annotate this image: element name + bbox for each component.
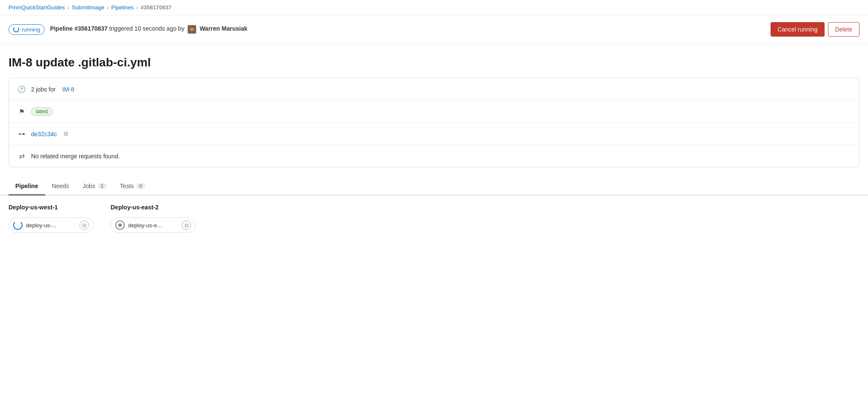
- stage-deploy-us-east-2: Deploy-us-east-2 deploy-us-e...: [111, 204, 196, 233]
- breadcrumb-link-1[interactable]: PmmQuickStartGuides: [9, 4, 65, 11]
- running-spin-icon: [13, 26, 19, 32]
- pipeline-number: Pipeline #356170837: [50, 25, 107, 32]
- pipeline-info: Pipeline #356170837 triggered 10 seconds…: [50, 25, 765, 34]
- tab-pipeline[interactable]: Pipeline: [9, 177, 45, 195]
- tag-badge: latest: [31, 107, 53, 116]
- tab-needs-label: Needs: [52, 183, 69, 189]
- commit-icon: ⊶: [17, 130, 26, 138]
- stage-title-1: Deploy-us-west-1: [9, 204, 94, 211]
- tab-jobs[interactable]: Jobs 2: [76, 177, 113, 195]
- cancel-running-button[interactable]: Cancel running: [771, 22, 824, 37]
- pipeline-triggered-text: triggered 10 seconds ago by: [109, 25, 186, 32]
- stage-title-2: Deploy-us-east-2: [111, 204, 196, 211]
- stages-container: Deploy-us-west-1 deploy-us-... Deploy-us…: [9, 204, 859, 233]
- info-row-tag: ⚑ latest: [9, 100, 859, 123]
- breadcrumb-link-3[interactable]: Pipelines: [111, 4, 134, 11]
- merge-request-icon: ⇄: [17, 152, 26, 160]
- tab-tests-count: 0: [137, 183, 145, 189]
- job-item-east[interactable]: deploy-us-e...: [111, 217, 196, 233]
- stage-deploy-us-west-1: Deploy-us-west-1 deploy-us-...: [9, 204, 94, 233]
- job-item-west[interactable]: deploy-us-...: [9, 217, 94, 233]
- status-label: running: [22, 26, 40, 33]
- breadcrumb-sep-3: ›: [136, 4, 138, 11]
- breadcrumb: PmmQuickStartGuides › SubmitImage › Pipe…: [0, 0, 868, 15]
- commit-link[interactable]: de32c34c: [31, 131, 57, 137]
- info-card: 🕐 2 jobs for IM-8 ⚑ latest ⊶ de32c34c ⧉ …: [9, 78, 859, 167]
- breadcrumb-sep-2: ›: [107, 4, 108, 11]
- pipeline-content: Deploy-us-west-1 deploy-us-... Deploy-us…: [0, 195, 868, 241]
- job-cancel-icon-west[interactable]: [80, 220, 89, 230]
- copy-icon[interactable]: ⧉: [64, 130, 68, 137]
- breadcrumb-current: #356170837: [141, 4, 171, 11]
- info-row-commit: ⊶ de32c34c ⧉: [9, 123, 859, 145]
- breadcrumb-sep-1: ›: [67, 4, 69, 11]
- tab-needs[interactable]: Needs: [45, 177, 76, 195]
- clock-icon: 🕐: [17, 85, 26, 93]
- user-name: Warren Marusiak: [200, 25, 247, 32]
- job-pending-icon: [115, 220, 125, 230]
- flag-icon: ⚑: [17, 108, 26, 116]
- header-actions: Cancel running Delete: [771, 22, 859, 37]
- tab-tests[interactable]: Tests 0: [113, 177, 152, 195]
- info-row-jobs: 🕐 2 jobs for IM-8: [9, 78, 859, 100]
- status-badge: running: [9, 24, 45, 35]
- job-name-west: deploy-us-...: [26, 222, 76, 229]
- tab-pipeline-label: Pipeline: [15, 183, 38, 189]
- tabs-bar: Pipeline Needs Jobs 2 Tests 0: [0, 177, 868, 195]
- tab-jobs-label: Jobs: [83, 183, 95, 189]
- pipeline-header: running Pipeline #356170837 triggered 10…: [0, 15, 868, 44]
- user-avatar: W: [188, 25, 196, 34]
- delete-button[interactable]: Delete: [828, 22, 859, 37]
- jobs-link[interactable]: IM-8: [63, 86, 74, 93]
- breadcrumb-link-2[interactable]: SubmitImage: [72, 4, 105, 11]
- page-title: IM-8 update .gitlab-ci.yml: [0, 44, 868, 78]
- job-running-icon: [13, 220, 23, 230]
- tab-jobs-count: 2: [98, 183, 106, 189]
- info-row-merge-requests: ⇄ No related merge requests found.: [9, 145, 859, 167]
- job-cancel-icon-east[interactable]: [182, 220, 191, 230]
- tab-tests-label: Tests: [120, 183, 134, 189]
- jobs-count-text: 2 jobs for: [31, 86, 56, 93]
- job-name-east: deploy-us-e...: [128, 222, 178, 229]
- merge-requests-text: No related merge requests found.: [31, 153, 120, 160]
